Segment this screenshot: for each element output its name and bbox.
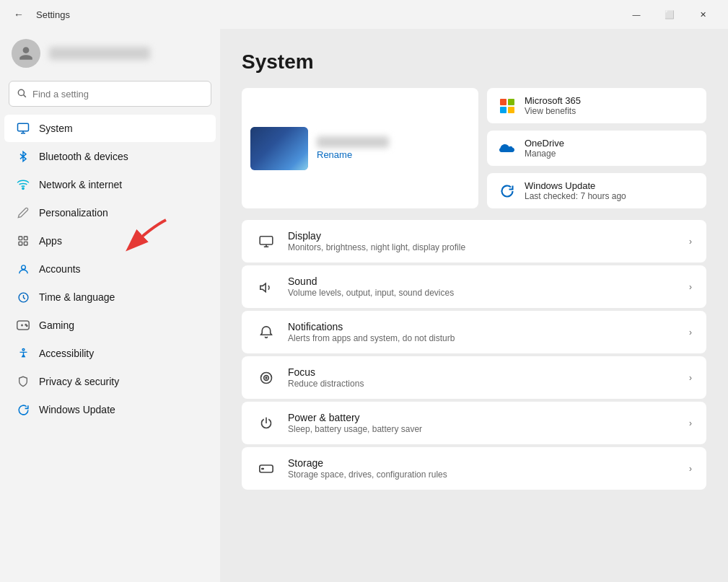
settings-item-power[interactable]: Power & battery Sleep, battery usage, ba… <box>242 402 706 444</box>
sidebar-item-label-personalization: Personalization <box>39 207 108 219</box>
svg-rect-6 <box>19 237 22 240</box>
sidebar-item-network[interactable]: Network & internet <box>4 171 216 198</box>
onedrive-icon <box>497 138 517 159</box>
svg-rect-18 <box>500 99 506 105</box>
display-chevron: › <box>689 237 692 247</box>
search-input[interactable] <box>32 89 203 100</box>
power-title: Power & battery <box>288 412 677 423</box>
sidebar-profile <box>0 29 220 78</box>
onedrive-text: OneDrive Manage <box>525 138 564 159</box>
search-icon <box>17 88 27 100</box>
winupdate-card-icon <box>497 181 517 201</box>
sidebar-item-label-gaming: Gaming <box>39 319 74 331</box>
settings-item-storage[interactable]: Storage Storage space, drives, configura… <box>242 447 706 490</box>
device-name <box>317 136 389 148</box>
settings-list: Display Monitors, brightness, night ligh… <box>242 220 706 490</box>
page-title: System <box>242 50 706 74</box>
personalization-icon <box>16 206 30 220</box>
notifications-icon <box>256 322 276 343</box>
sound-text: Sound Volume levels, output, input, soun… <box>288 275 677 298</box>
focus-title: Focus <box>288 366 677 378</box>
titlebar: ← Settings — ⬜ ✕ <box>0 0 728 29</box>
side-cards: Microsoft 365 View benefits OneDrive Man… <box>487 88 706 208</box>
sidebar-item-windows-update[interactable]: Windows Update <box>4 396 216 423</box>
storage-icon <box>256 459 276 479</box>
sidebar-item-label-accounts: Accounts <box>39 263 81 275</box>
device-image-inner <box>250 127 308 170</box>
system-icon <box>16 121 30 136</box>
display-text: Display Monitors, brightness, night ligh… <box>288 230 677 252</box>
ms365-text: Microsoft 365 View benefits <box>525 95 581 116</box>
privacy-icon <box>16 374 30 389</box>
svg-point-17 <box>22 348 25 350</box>
top-cards: Rename Microsoft 365 <box>242 88 706 208</box>
sidebar-item-label-apps: Apps <box>39 235 62 247</box>
app-body: System Bluetooth & devices Network & int… <box>0 29 728 582</box>
time-icon <box>16 290 30 304</box>
sidebar-item-privacy[interactable]: Privacy & security <box>4 368 216 395</box>
settings-item-display[interactable]: Display Monitors, brightness, night ligh… <box>242 220 706 263</box>
svg-point-0 <box>18 89 24 95</box>
svg-point-5 <box>22 188 24 189</box>
winupdate-card[interactable]: Windows Update Last checked: 7 hours ago <box>487 173 706 208</box>
power-icon <box>256 413 276 433</box>
ms365-icon <box>497 96 517 116</box>
onedrive-subtitle: Manage <box>525 149 564 159</box>
storage-title: Storage <box>288 457 677 469</box>
storage-chevron: › <box>689 464 692 474</box>
sidebar-item-time[interactable]: Time & language <box>4 283 216 311</box>
minimize-button[interactable]: — <box>620 3 653 26</box>
maximize-button[interactable]: ⬜ <box>653 3 686 26</box>
sidebar-item-label-time: Time & language <box>39 291 115 303</box>
ms365-subtitle: View benefits <box>525 106 581 116</box>
sidebar-item-gaming[interactable]: Gaming <box>4 312 216 339</box>
settings-item-focus[interactable]: Focus Reduce distractions › <box>242 356 706 399</box>
power-text: Power & battery Sleep, battery usage, ba… <box>288 412 677 434</box>
sidebar-item-label-system: System <box>39 123 73 134</box>
onedrive-title: OneDrive <box>525 138 564 149</box>
winupdate-card-subtitle: Last checked: 7 hours ago <box>525 191 626 201</box>
power-chevron: › <box>689 418 692 428</box>
sidebar-item-accounts[interactable]: Accounts <box>4 255 216 283</box>
sidebar-item-label-bluetooth: Bluetooth & devices <box>39 151 128 162</box>
close-button[interactable]: ✕ <box>686 3 719 26</box>
apps-icon <box>16 234 30 248</box>
sidebar-item-system[interactable]: System <box>4 115 216 142</box>
ms365-card[interactable]: Microsoft 365 View benefits <box>487 88 706 123</box>
sidebar-item-personalization[interactable]: Personalization <box>4 199 216 226</box>
notifications-chevron: › <box>689 327 692 338</box>
svg-rect-8 <box>19 242 22 245</box>
sidebar-item-apps[interactable]: Apps <box>4 227 216 255</box>
profile-name <box>49 47 150 60</box>
svg-point-10 <box>21 265 25 269</box>
avatar <box>12 39 40 68</box>
sidebar: System Bluetooth & devices Network & int… <box>0 29 220 582</box>
onedrive-card[interactable]: OneDrive Manage <box>487 131 706 166</box>
svg-rect-2 <box>18 123 29 131</box>
svg-point-28 <box>266 377 267 379</box>
svg-marker-25 <box>260 283 266 291</box>
sidebar-item-bluetooth[interactable]: Bluetooth & devices <box>4 143 216 170</box>
winupdate-text: Windows Update Last checked: 7 hours ago <box>525 180 626 201</box>
search-box[interactable] <box>9 81 211 107</box>
svg-rect-22 <box>260 236 273 244</box>
device-image <box>250 127 308 170</box>
display-icon <box>256 232 276 252</box>
settings-item-sound[interactable]: Sound Volume levels, output, input, soun… <box>242 265 706 308</box>
device-card: Rename <box>242 88 478 208</box>
power-subtitle: Sleep, battery usage, battery saver <box>288 424 677 434</box>
display-subtitle: Monitors, brightness, night light, displ… <box>288 242 677 252</box>
settings-item-notifications[interactable]: Notifications Alerts from apps and syste… <box>242 311 706 353</box>
nav-list: System Bluetooth & devices Network & int… <box>0 114 220 424</box>
windows-update-icon <box>16 402 30 417</box>
back-button[interactable]: ← <box>9 4 29 25</box>
app-title: Settings <box>36 9 70 20</box>
rename-link[interactable]: Rename <box>317 149 352 160</box>
window-controls: — ⬜ ✕ <box>620 3 719 26</box>
sidebar-item-accessibility[interactable]: Accessibility <box>4 340 216 367</box>
bluetooth-icon <box>16 149 30 164</box>
sidebar-item-label-privacy: Privacy & security <box>39 376 119 387</box>
focus-text: Focus Reduce distractions <box>288 366 677 389</box>
sound-icon <box>256 277 276 297</box>
accessibility-icon <box>16 346 30 361</box>
